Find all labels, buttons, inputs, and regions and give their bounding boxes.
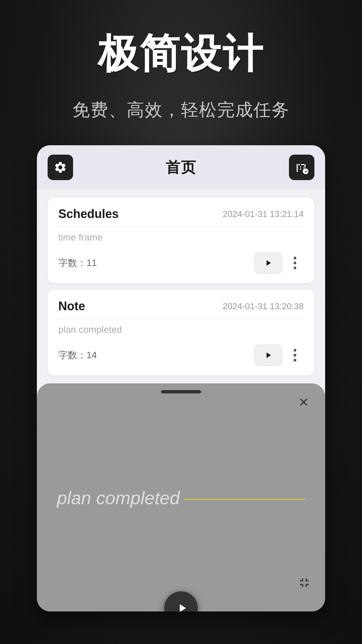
notes-list: Schedules 2024-01-31 13:21:14 time frame…: [37, 190, 325, 383]
note-actions-schedules: [254, 252, 304, 274]
modal-playback-text: plan completed: [57, 487, 180, 508]
modal-text-line: plan completed: [57, 487, 305, 508]
app-card: 首页 Schedules 2024-01-31 13:21:14 time fr…: [37, 145, 325, 611]
note-timestamp-schedules: 2024-01-31 13:21:14: [223, 209, 304, 219]
play-icon-modal: [175, 601, 189, 611]
trash-clock-icon: [295, 161, 308, 174]
note-divider-note: [58, 319, 304, 319]
note-header-note: Note 2024-01-31 13:20:38: [58, 299, 304, 313]
note-content-schedules: time frame: [58, 232, 304, 244]
app-header-title: 首页: [166, 158, 196, 177]
note-count-note: 字数：14: [58, 349, 97, 362]
hero-subtitle: 免费、高效，轻松完成任务: [72, 98, 290, 122]
svg-point-3: [294, 349, 296, 352]
hero-title: 极简设计: [98, 27, 264, 82]
modal-notch: [161, 390, 201, 393]
app-header: 首页: [37, 145, 325, 190]
more-vertical-icon: [290, 256, 300, 270]
note-footer-note: 字数：14: [58, 344, 304, 366]
playback-modal: × plan completed: [37, 383, 325, 611]
note-footer-schedules: 字数：11: [58, 252, 304, 274]
note-actions-note: [254, 344, 304, 366]
note-divider-schedules: [58, 226, 304, 227]
history-button[interactable]: [289, 155, 314, 180]
svg-point-1: [294, 262, 296, 264]
note-timestamp-note: 2024-01-31 13:20:38: [223, 301, 304, 312]
svg-point-4: [294, 354, 296, 357]
note-title-note: Note: [58, 299, 85, 313]
modal-text-area: plan completed: [37, 393, 325, 611]
more-button-schedules[interactable]: [286, 252, 304, 274]
play-icon: [263, 351, 273, 360]
close-button[interactable]: ×: [294, 393, 313, 412]
note-title-schedules: Schedules: [58, 207, 119, 221]
note-card-schedules: Schedules 2024-01-31 13:21:14 time frame…: [48, 198, 314, 283]
note-count-schedules: 字数：11: [58, 257, 97, 269]
svg-point-0: [294, 257, 296, 259]
play-button-note[interactable]: [254, 344, 282, 366]
collapse-button[interactable]: [296, 574, 313, 591]
svg-point-2: [294, 267, 296, 269]
collapse-icon: [297, 575, 312, 590]
svg-point-5: [294, 359, 296, 362]
play-button-schedules[interactable]: [254, 252, 282, 274]
modal-text-underline: [184, 499, 305, 500]
settings-button[interactable]: [48, 155, 73, 180]
note-content-note: plan completed: [58, 324, 304, 336]
note-card-note: Note 2024-01-31 13:20:38 plan completed …: [48, 290, 314, 375]
gear-icon: [54, 161, 67, 174]
note-header-schedules: Schedules 2024-01-31 13:21:14: [58, 207, 304, 221]
play-icon: [263, 258, 273, 268]
more-button-note[interactable]: [286, 344, 304, 366]
more-vertical-icon: [290, 348, 300, 363]
